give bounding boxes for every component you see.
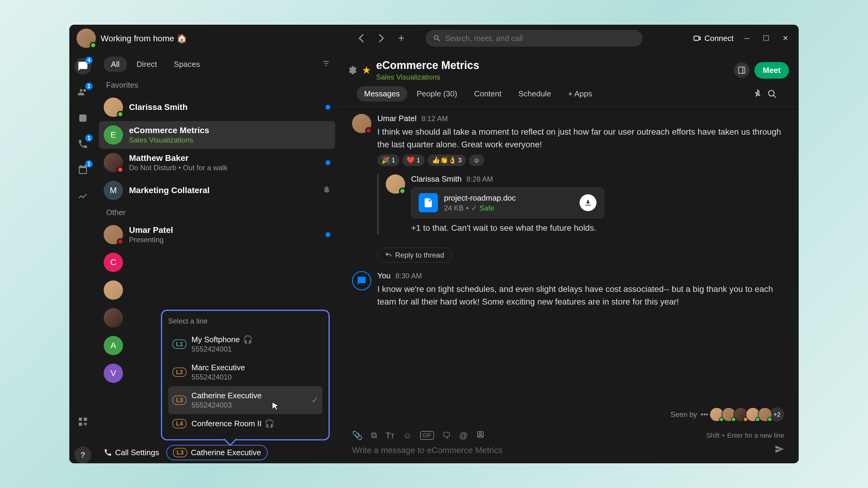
message-avatar[interactable] [386,174,405,194]
line-option-l3[interactable]: L3 Catherine Executive 5552424003 ✓ [168,386,322,414]
svg-rect-2 [79,418,82,421]
rail-apps-icon[interactable] [74,413,91,430]
avatar: E [104,125,123,144]
rail-calendar-icon[interactable]: 1 [74,161,91,178]
svg-rect-1 [79,115,87,122]
composer: 📎 ⧉ Tт ☺ GIF 🗨 @ Shift + Enter for a new… [338,427,799,463]
section-favorites: Favorites [96,77,338,93]
composer-hint: Shift + Enter for a new line [706,432,784,440]
seen-avatars[interactable]: +2 [712,407,784,422]
close-button[interactable]: ✕ [779,32,792,44]
convo-hidden-2[interactable] [96,276,338,304]
convo-umar[interactable]: Umar Patel Presenting [96,221,338,249]
connect-button[interactable]: Connect [693,32,734,44]
avatar: V [104,364,123,383]
send-button[interactable] [775,444,784,456]
active-line-selector[interactable]: L3 Catherine Executive [166,445,268,460]
sticker-icon[interactable]: 🗨 [442,430,451,441]
screenshot-icon[interactable]: ⧉ [371,430,377,441]
panel-icon[interactable] [734,62,749,78]
tab-schedule[interactable]: Schedule [511,86,558,101]
tab-apps[interactable]: + Apps [561,86,599,101]
composer-toolbar: 📎 ⧉ Tт ☺ GIF 🗨 @ Shift + Enter for a new… [352,430,784,441]
convo-clarissa[interactable]: Clarissa Smith [96,93,338,121]
line-option-l4[interactable]: L4 Conference Room II 🎧 [168,414,322,433]
rail-chat-icon[interactable]: 4 [74,58,91,75]
convo-ecommerce[interactable]: E eCommerce Metrics Sales Visualizations [99,121,335,149]
gear-icon[interactable] [347,65,357,75]
reply-thread: Clarissa Smith 8:28 AM project-roadmap.d… [377,174,784,234]
search-icon [433,34,441,42]
svg-rect-8 [738,67,745,73]
line-selector-popup: Select a line L1 My Softphone 🎧 55524240… [161,310,330,441]
nav-back-button[interactable] [354,31,369,46]
download-button[interactable] [580,194,596,211]
tab-people[interactable]: People (30) [410,86,464,101]
rail-contacts-icon[interactable]: 1 [74,84,91,101]
reaction[interactable]: 🎉1 [377,155,399,166]
minimize-button[interactable]: ─ [741,32,753,44]
convo-hidden-1[interactable]: C [96,249,338,276]
avatar: A [104,336,123,355]
message-clarissa: Clarissa Smith 8:28 AM project-roadmap.d… [386,174,784,234]
app-window: Working from home 🏠 + Connect ─ ☐ ✕ [69,25,799,463]
rail-help-icon[interactable]: ? [74,447,91,463]
avatar: C [104,253,123,272]
maximize-button[interactable]: ☐ [760,32,772,44]
call-settings-button[interactable]: Call Settings [104,448,159,457]
star-icon[interactable] [362,65,371,75]
attach-icon[interactable]: 📎 [352,430,363,441]
file-attachment[interactable]: project-roadmap.doc 24 KB • ✓ Safe [411,187,604,218]
chat-title: eCommerce Metrics [376,59,479,72]
svg-rect-0 [694,36,699,40]
line-option-l1[interactable]: L1 My Softphone 🎧 5552424001 [168,330,322,358]
rail-teams-icon[interactable] [74,110,91,127]
message-avatar[interactable] [352,114,371,133]
tab-content[interactable]: Content [467,86,509,101]
avatar [104,308,123,327]
chat-badge: 4 [85,57,93,64]
add-reaction[interactable]: ☺ [469,155,484,166]
reaction[interactable]: 👍👏👌3 [428,155,466,166]
tab-spaces[interactable]: Spaces [167,57,207,72]
rail-call-icon[interactable]: 1 [74,135,91,153]
tab-direct[interactable]: Direct [129,57,164,72]
reactions: 🎉1 ❤️1 👍👏👌3 ☺ [377,155,784,166]
convo-marketing[interactable]: M Marketing Collateral [96,176,338,204]
person-icon[interactable] [476,430,485,441]
svg-line-11 [773,95,776,98]
mention-icon[interactable]: @ [459,431,468,441]
popup-title: Select a line [168,317,322,325]
nav-forward-button[interactable] [374,31,389,46]
chat-header: eCommerce Metrics Sales Visualizations M… [338,52,799,107]
contacts-badge: 1 [85,83,93,90]
main-content: 4 1 1 1 ? [69,52,799,463]
composer-input[interactable]: Write a message to eCommerce Metrics [352,444,784,456]
connect-icon [693,34,701,42]
title-bar: Working from home 🏠 + Connect ─ ☐ ✕ [69,25,799,52]
meet-button[interactable]: Meet [754,62,789,78]
convo-matthew[interactable]: Matthew Baker Do Not Disturb • Out for a… [96,149,338,176]
status-text[interactable]: Working from home 🏠 [101,33,187,43]
reaction[interactable]: ❤️1 [402,155,424,166]
avatar [104,98,123,117]
pin-icon[interactable] [753,89,763,99]
filter-icon[interactable] [322,59,330,70]
tab-messages[interactable]: Messages [357,86,407,101]
gif-icon[interactable]: GIF [420,431,434,440]
add-button[interactable]: + [394,31,409,46]
message-umar: Umar Patel 8:12 AM I think we should all… [352,114,784,166]
search-in-chat-icon[interactable] [767,89,777,99]
user-avatar[interactable] [76,29,96,48]
softphone-icon: 🎧 [243,335,253,344]
search-bar[interactable] [426,30,643,47]
format-icon[interactable]: Tт [385,431,395,441]
tab-all[interactable]: All [104,57,127,72]
search-input[interactable] [445,34,635,43]
sidebar: All Direct Spaces Favorites Clarissa Smi… [96,52,338,463]
line-option-l2[interactable]: L2 Marc Executive 5552424010 [168,358,322,386]
emoji-icon[interactable]: ☺ [403,431,412,441]
rail-analytics-icon[interactable] [74,187,91,204]
svg-rect-3 [84,418,87,421]
reply-to-thread-button[interactable]: Reply to thread [377,248,452,263]
